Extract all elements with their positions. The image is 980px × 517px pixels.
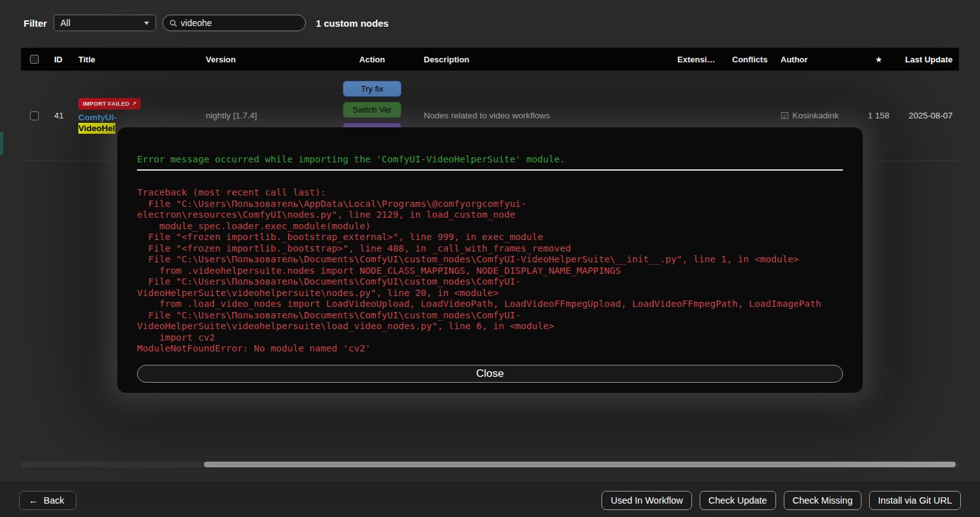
header-star-icon: ★ <box>860 55 898 64</box>
search-input[interactable] <box>181 18 299 28</box>
search-icon <box>169 19 177 27</box>
row-author-cell: ☑ Kosinkadink <box>774 111 860 120</box>
row-description: Nodes related to video workflows <box>417 111 671 120</box>
node-title-link[interactable]: ComfyUI- <box>78 112 193 123</box>
header-last-update: Last Update <box>898 55 959 64</box>
row-author: Kosinkadink <box>792 111 839 120</box>
header-version: Version <box>199 55 327 64</box>
horizontal-scrollbar-thumb[interactable] <box>204 462 956 467</box>
header-author: Author <box>774 55 860 64</box>
row-last-update: 2025-08-07 <box>898 111 959 120</box>
header-id: ID <box>48 55 72 64</box>
filter-dropdown[interactable]: All <box>54 15 156 31</box>
error-message-title: Error message occurred while importing t… <box>137 154 843 164</box>
search-box[interactable] <box>162 15 306 31</box>
select-all-checkbox[interactable] <box>30 55 39 64</box>
header-action: Action <box>327 55 417 64</box>
custom-nodes-count: 1 custom nodes <box>316 18 389 29</box>
filter-bar: Filter All 1 custom nodes <box>0 0 980 46</box>
header-description: Description <box>417 55 671 64</box>
header-extension: Extensi… <box>671 55 726 64</box>
row-id: 41 <box>48 111 72 120</box>
check-update-button[interactable]: Check Update <box>700 491 776 510</box>
back-arrow-icon: ← <box>29 495 38 506</box>
row-stars: 1 158 <box>860 111 898 120</box>
footer-bar: ← Back Used In Workflow Check Update Che… <box>0 483 980 517</box>
back-button[interactable]: ← Back <box>19 491 76 510</box>
close-button[interactable]: Close <box>137 365 843 383</box>
horizontal-scrollbar-track[interactable] <box>21 462 959 467</box>
error-traceback: Traceback (most recent call last): File … <box>137 187 843 355</box>
left-edge-scroll-indicator <box>0 132 3 155</box>
install-via-git-url-button[interactable]: Install via Git URL <box>869 491 961 510</box>
check-missing-button[interactable]: Check Missing <box>784 491 861 510</box>
node-title-search-highlight[interactable]: VideoHel <box>78 123 115 134</box>
filter-label: Filter <box>24 18 47 29</box>
back-button-label: Back <box>44 495 64 506</box>
import-failed-label: IMPORT FAILED <box>83 101 129 107</box>
filter-dropdown-value: All <box>61 18 71 28</box>
header-title: Title <box>72 55 199 64</box>
import-error-modal: Error message occurred while importing t… <box>117 127 863 393</box>
modal-divider <box>137 169 843 171</box>
row-checkbox[interactable] <box>30 111 39 120</box>
switch-version-button[interactable]: Switch Ver <box>343 102 401 118</box>
import-failed-badge[interactable]: IMPORT FAILED↗ <box>78 98 141 110</box>
header-conflicts: Conflicts <box>726 55 774 64</box>
try-fix-button[interactable]: Try fix <box>343 81 401 97</box>
external-link-icon: ↗ <box>131 101 136 107</box>
author-verified-icon: ☑ <box>781 111 789 120</box>
chevron-down-icon <box>144 22 149 25</box>
row-version: nightly [1.7.4] <box>199 111 327 120</box>
table-header-row: ID Title Version Action Description Exte… <box>21 48 959 71</box>
used-in-workflow-button[interactable]: Used In Workflow <box>602 491 691 510</box>
